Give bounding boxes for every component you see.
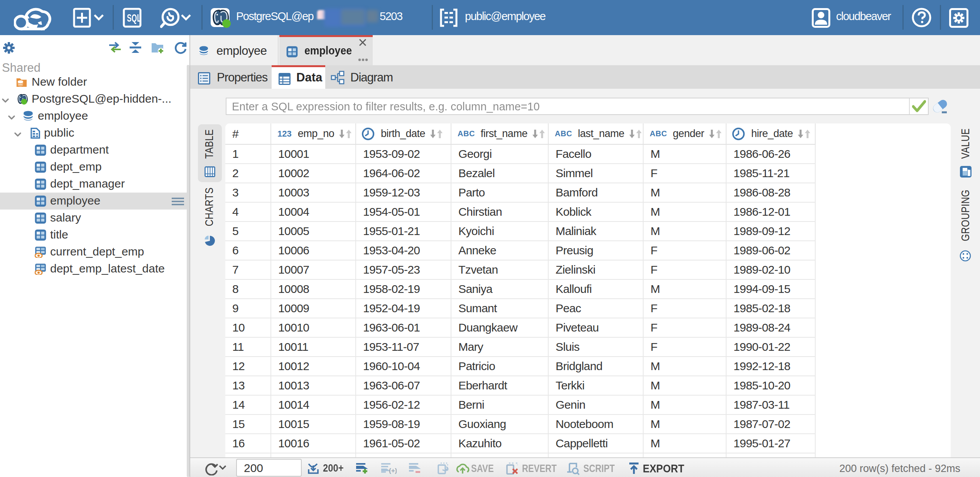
svg-text:(+): (+) [389, 467, 397, 474]
